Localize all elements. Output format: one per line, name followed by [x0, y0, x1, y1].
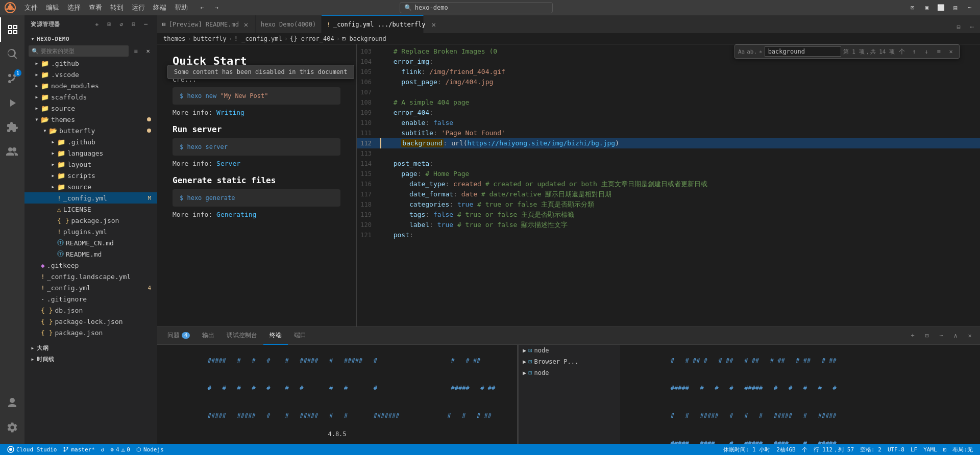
menu-edit[interactable]: 编辑 [42, 0, 63, 15]
terminal-menu-button[interactable]: ⋯ [935, 330, 947, 342]
split-terminal-button[interactable]: ⊟ [921, 330, 933, 342]
status-cursor-pos[interactable]: 行 112，列 57 [811, 444, 857, 455]
find-toggle-replace[interactable]: ≡ [934, 46, 944, 57]
close-panel-button[interactable]: ✕ [964, 330, 976, 342]
sidebar-icon[interactable]: ▤ [949, 2, 962, 13]
project-root[interactable]: ▼ HEXO-DEMO [24, 33, 157, 44]
status-individual[interactable]: 个 [799, 444, 811, 455]
breadcrumb-butterfly[interactable]: butterfly [193, 35, 227, 42]
tree-item-package-lock[interactable]: ▶ { } package-lock.json [24, 316, 157, 327]
find-close-button[interactable]: ✕ [946, 46, 956, 57]
status-sleep-time[interactable]: 休眠时间: 1 小时 [720, 444, 774, 455]
menu-select[interactable]: 选择 [63, 0, 85, 15]
activity-source-control[interactable]: 1 [0, 66, 24, 91]
panel-tab-terminal[interactable]: 终端 [263, 327, 288, 345]
status-layout[interactable]: 布局:无 [949, 444, 976, 455]
breadcrumb-themes[interactable]: themes [163, 35, 185, 42]
tree-item-scaffolds[interactable]: ▶ 📁 scaffolds [24, 91, 157, 103]
tree-item-node-modules[interactable]: ▶ 📁 node_modules [24, 80, 157, 91]
tab-close-preview[interactable]: ✕ [242, 20, 250, 29]
tab-preview-readme[interactable]: ⊞ [Preview] README.md ✕ [157, 15, 256, 33]
tree-item-plugins-yml[interactable]: ▶ ! plugins.yml [24, 226, 157, 237]
tree-item-readme-cn[interactable]: ▶ ⓜ README_CN.md [24, 237, 157, 248]
tab-hexo-demo[interactable]: hexo Demo(4000) [256, 15, 322, 33]
panel-tab-output[interactable]: 输出 [196, 327, 220, 345]
tree-item-db-json[interactable]: ▶ { } db.json [24, 305, 157, 316]
filter-button[interactable]: ≡ [131, 46, 141, 56]
status-sync[interactable]: ↺ [98, 444, 108, 455]
nav-forward-button[interactable]: → [210, 2, 223, 14]
tree-item-themes[interactable]: ▼ 📂 themes [24, 114, 157, 125]
tree-item-github-root[interactable]: ▶ 📁 .github [24, 58, 157, 69]
tree-item-gitkeep[interactable]: ▶ ◆ .gitkeep [24, 260, 157, 271]
activity-account[interactable] [0, 391, 24, 415]
refresh-button[interactable]: ↺ [116, 19, 127, 30]
breadcrumb-background[interactable]: ⊡ background [342, 35, 386, 42]
breadcrumb-error404[interactable]: {} error_404 [290, 35, 334, 42]
tree-item-languages[interactable]: ▶ 📁 languages [24, 147, 157, 159]
panel-icon[interactable]: ⬜ [935, 2, 947, 13]
status-spaces[interactable]: 空格: 2 [857, 444, 885, 455]
tree-item-source[interactable]: ▶ 📁 source [24, 103, 157, 114]
nav-back-button[interactable]: ← [196, 2, 208, 14]
outline-section[interactable]: ▶ 大纲 [24, 342, 157, 353]
status-branch[interactable]: master* [60, 444, 97, 455]
more-icon[interactable]: ⋯ [964, 2, 976, 13]
remote-icon[interactable]: ⊡ [906, 2, 919, 13]
more-options-button[interactable]: ⋯ [141, 19, 151, 30]
activity-search[interactable] [0, 42, 24, 66]
tree-item-vscode[interactable]: ▶ 📁 .vscode [24, 69, 157, 80]
tree-item-bf-package-json[interactable]: ▶ { } package.json [24, 215, 157, 226]
tree-item-butterfly[interactable]: ▼ 📂 butterfly [24, 125, 157, 136]
node-item-3[interactable]: ▶ ⊡ node [519, 367, 620, 378]
menu-file[interactable]: 文件 [20, 0, 42, 15]
tree-item-config-yml-root[interactable]: ▶ ! _config.yml 4 [24, 282, 157, 293]
menu-run[interactable]: 运行 [128, 0, 149, 15]
find-next-button[interactable]: ↓ [921, 46, 932, 57]
server-link[interactable]: Server [216, 160, 240, 167]
tree-item-bf-github[interactable]: ▶ 📁 .github [24, 136, 157, 147]
editor-code-content[interactable]: 103 # Replace Broken Images (0 104 error… [357, 44, 980, 326]
maximize-panel-button[interactable]: ∧ [949, 330, 962, 342]
node-item-1[interactable]: ▶ ⊡ node [519, 345, 620, 356]
tree-item-package-json-root[interactable]: ▶ { } package.json [24, 327, 157, 338]
collapse-button[interactable]: ⊟ [129, 19, 139, 30]
status-layout-icon[interactable]: ⊡ [940, 444, 950, 455]
new-folder-button[interactable]: ⊞ [104, 19, 114, 30]
breadcrumb-config[interactable]: ! _config.yml [234, 35, 282, 42]
tree-item-config-yml-butterfly[interactable]: ▶ ! _config.yml M [24, 192, 157, 204]
status-errors[interactable]: ⊗ 4 △ 0 [107, 444, 133, 455]
tree-item-config-landscape[interactable]: ▶ ! _config.landscape.yml [24, 271, 157, 282]
split-editor-button[interactable]: ⊟ [952, 21, 965, 33]
activity-explorer[interactable] [0, 17, 24, 42]
status-cloud-studio[interactable]: Cloud Studio [4, 444, 60, 455]
panel-tab-ports[interactable]: 端口 [288, 327, 312, 345]
menu-help[interactable]: 帮助 [170, 0, 192, 15]
writing-link[interactable]: Writing [216, 109, 244, 116]
tree-item-readme[interactable]: ▶ ⓜ README.md [24, 248, 157, 260]
activity-run[interactable] [0, 91, 24, 115]
new-terminal-button[interactable]: + [906, 330, 919, 342]
tree-item-bf-source[interactable]: ▶ 📁 source [24, 181, 157, 192]
menu-view[interactable]: 查看 [85, 0, 106, 15]
tree-item-license[interactable]: ▶ ⚠ LICENSE [24, 204, 157, 215]
panel-tab-debug[interactable]: 调试控制台 [220, 327, 263, 345]
activity-teams[interactable] [0, 140, 24, 164]
terminal-left-pane[interactable]: ##### # # # # ##### # ##### # # # ## # #… [157, 345, 518, 444]
tree-item-layout[interactable]: ▶ 📁 layout [24, 159, 157, 170]
status-eol[interactable]: LF [908, 444, 920, 455]
tree-item-scripts[interactable]: ▶ 📁 scripts [24, 170, 157, 181]
panel-tab-problems[interactable]: 问题 4 [161, 327, 196, 345]
new-file-button[interactable]: + [92, 19, 102, 30]
find-input[interactable] [765, 46, 841, 57]
find-prev-button[interactable]: ↑ [909, 46, 919, 57]
terminal-right-pane[interactable]: # # ## # # ## # ## # ## # ## # ## ##### … [620, 345, 980, 444]
node-item-2[interactable]: ▶ ⊡ Browser P... [519, 356, 620, 367]
tree-item-gitignore[interactable]: ▶ · .gitignore [24, 293, 157, 305]
status-encoding[interactable]: UTF-8 [885, 444, 908, 455]
activity-extensions[interactable] [0, 115, 24, 140]
timeline-section[interactable]: ▶ 时间线 [24, 353, 157, 365]
activity-settings[interactable] [0, 415, 24, 440]
tab-close-config[interactable]: ✕ [432, 20, 436, 29]
sidebar-search-box[interactable]: 🔍 要搜索的类型 [29, 45, 129, 57]
